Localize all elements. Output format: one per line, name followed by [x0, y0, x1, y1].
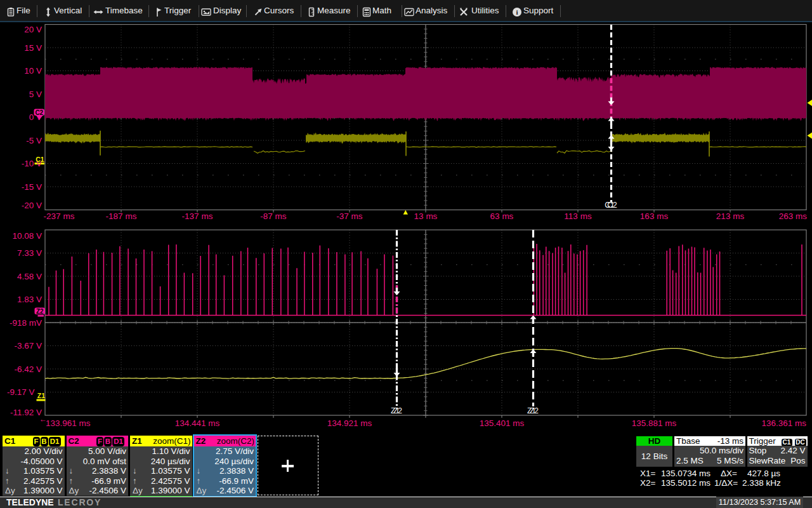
- svg-text:163 ms: 163 ms: [640, 211, 669, 221]
- svg-text:133.961 ms: 133.961 ms: [46, 418, 91, 428]
- svg-text:-87 ms: -87 ms: [260, 211, 287, 221]
- svg-text:C2: C2: [35, 109, 43, 116]
- svg-text:10 V: 10 V: [24, 66, 42, 76]
- svg-text:4.58 V: 4.58 V: [17, 272, 42, 281]
- svg-text:-11.92 V: -11.92 V: [10, 408, 42, 417]
- svg-text:-137 ms: -137 ms: [182, 211, 213, 221]
- svg-text:63 ms: 63 ms: [490, 211, 514, 221]
- svg-text:135.881 ms: 135.881 ms: [632, 418, 677, 428]
- svg-text:5 V: 5 V: [29, 90, 42, 99]
- svg-text:10.08 V: 10.08 V: [12, 231, 42, 241]
- svg-text:-918 mV: -918 mV: [10, 318, 42, 328]
- svg-text:263 ms: 263 ms: [779, 211, 808, 221]
- svg-text:-20 V: -20 V: [22, 201, 42, 210]
- svg-text:-3.67 V: -3.67 V: [14, 341, 42, 351]
- svg-text:15 V: 15 V: [24, 43, 42, 53]
- svg-text:Z2: Z2: [393, 406, 402, 415]
- svg-text:Z2: Z2: [530, 406, 539, 415]
- svg-text:7.33 V: 7.33 V: [17, 248, 42, 258]
- svg-text:-9.17 V: -9.17 V: [7, 387, 35, 397]
- svg-text:-37 ms: -37 ms: [336, 211, 363, 221]
- svg-text:-6.42 V: -6.42 V: [14, 364, 42, 374]
- svg-text:135.401 ms: 135.401 ms: [480, 418, 525, 428]
- svg-text:213 ms: 213 ms: [716, 211, 745, 221]
- svg-text:136.361 ms: 136.361 ms: [761, 418, 806, 428]
- svg-text:Z1: Z1: [37, 392, 45, 399]
- svg-text:-237 ms: -237 ms: [44, 211, 75, 221]
- svg-text:1.83 V: 1.83 V: [17, 295, 42, 304]
- svg-text:134.921 ms: 134.921 ms: [327, 418, 372, 428]
- svg-text:134.441 ms: 134.441 ms: [175, 418, 220, 428]
- svg-text:-15 V: -15 V: [22, 182, 42, 192]
- svg-text:113 ms: 113 ms: [564, 211, 592, 221]
- svg-text:20 V: 20 V: [24, 25, 42, 34]
- svg-text:-187 ms: -187 ms: [106, 211, 137, 221]
- svg-text:C1: C1: [36, 156, 44, 163]
- svg-text:-5 V: -5 V: [26, 136, 42, 145]
- svg-text:C2: C2: [607, 201, 617, 210]
- svg-text:13 ms: 13 ms: [414, 211, 438, 221]
- svg-text:Z2: Z2: [36, 308, 44, 315]
